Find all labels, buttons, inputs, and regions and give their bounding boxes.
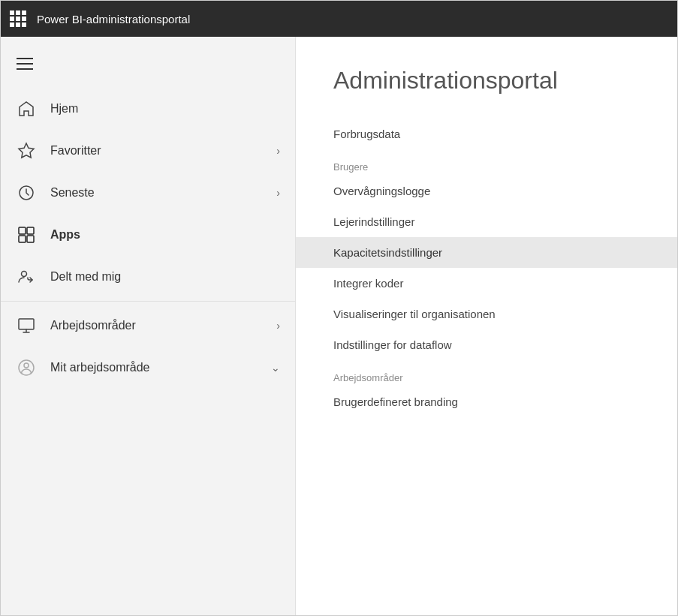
menu-item-indstillinger-dataflow[interactable]: Indstillinger for dataflow [333,329,640,360]
main-body: Hjem Favoritter › [1,37,677,615]
menu-item-overvaagningslogge[interactable]: Overvågningslogge [333,176,640,206]
sidebar-item-apps-label: Apps [50,228,280,242]
workspace-icon [16,315,37,336]
menu-section-brugere: Brugere [333,149,640,176]
svg-rect-3 [19,236,26,242]
sidebar-item-arbejdsomraader-label: Arbejdsområder [50,319,263,332]
chevron-right-icon: › [276,145,280,157]
admin-menu-list: Forbrugsdata Brugere Overvågningslogge L… [333,119,640,417]
menu-item-integrer-koder[interactable]: Integrer koder [333,268,640,299]
svg-rect-2 [27,227,34,234]
apps-grid-icon[interactable] [10,11,26,27]
sidebar-item-seneste-label: Seneste [50,186,263,200]
sidebar-item-apps[interactable]: Apps [1,214,295,256]
shared-icon [16,266,37,287]
app-window: Power BI-administrationsportal Hjem [0,0,678,616]
star-icon [16,140,37,161]
chevron-right-icon: › [276,187,280,199]
sidebar: Hjem Favoritter › [1,37,296,615]
chevron-right-icon: › [276,320,280,332]
svg-rect-6 [19,319,34,329]
home-icon [16,98,37,119]
content-area: Administrationsportal Forbrugsdata Bruge… [296,37,677,615]
menu-item-forbrugsdata[interactable]: Forbrugsdata [333,119,640,149]
apps-icon [16,224,37,245]
nav-separator [1,301,295,302]
menu-item-visualiseringer[interactable]: Visualiseringer til organisationen [333,299,640,329]
sidebar-item-delt-med-mig[interactable]: Delt med mig [1,256,295,298]
menu-item-kapacitetsindstillinger[interactable]: Kapacitetsindstillinger [296,237,677,268]
sidebar-item-mit-arbejdsomraade[interactable]: Mit arbejdsområde ⌄ [1,347,295,389]
menu-section-arbejdsomraader: Arbejdsområder [333,360,640,386]
svg-rect-4 [27,236,34,242]
sidebar-item-hjem-label: Hjem [50,102,280,116]
sidebar-item-seneste[interactable]: Seneste › [1,172,295,214]
sidebar-item-favoritter-label: Favoritter [50,144,263,158]
page-title: Administrationsportal [333,67,640,95]
menu-toggle-button[interactable] [10,49,40,79]
topbar: Power BI-administrationsportal [1,1,677,37]
sidebar-item-hjem[interactable]: Hjem [1,88,295,130]
sidebar-item-favoritter[interactable]: Favoritter › [1,130,295,172]
svg-point-8 [24,363,29,368]
topbar-title: Power BI-administrationsportal [37,13,190,26]
menu-item-brugerdefineret-branding[interactable]: Brugerdefineret branding [333,386,640,417]
svg-rect-1 [19,227,26,234]
sidebar-item-mit-arbejdsomraade-label: Mit arbejdsområde [50,361,258,374]
chevron-down-icon: ⌄ [271,362,280,374]
menu-item-lejerindstillinger[interactable]: Lejerindstillinger [333,206,640,237]
user-icon [16,357,37,378]
clock-icon [16,182,37,203]
sidebar-item-delt-med-mig-label: Delt med mig [50,270,280,284]
svg-point-5 [22,272,27,277]
sidebar-item-arbejdsomraader[interactable]: Arbejdsområder › [1,305,295,347]
